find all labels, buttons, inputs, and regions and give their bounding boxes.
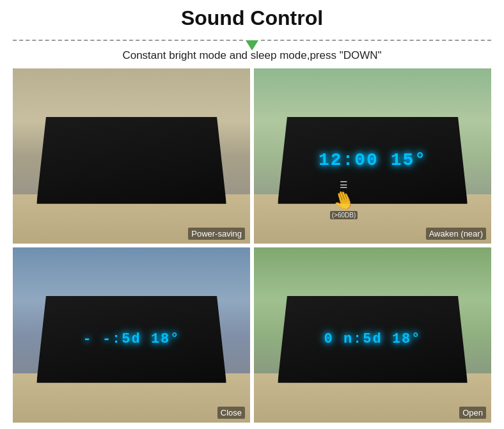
cell-awaken: 12:00 15° ☰ 🤚 (>60DB) Awaken (near) bbox=[254, 68, 491, 244]
dotted-line-left bbox=[13, 40, 243, 41]
sound-overlay: ☰ 🤚 (>60DB) bbox=[330, 183, 358, 219]
clock-container-bottom-left: - -:5d 18° bbox=[36, 292, 226, 388]
page-container: Sound Control Constant bright mode and s… bbox=[0, 0, 504, 429]
cell-close: - -:5d 18° Close bbox=[13, 247, 250, 423]
subtitle-text: Constant bright mode and sleep mode,pres… bbox=[122, 49, 381, 62]
led-display-close: - -:5d 18° bbox=[83, 331, 180, 347]
label-power-saving: Power-saving bbox=[188, 228, 245, 240]
clock-container-top-left bbox=[36, 113, 226, 209]
image-grid: Power-saving 12:00 15° ☰ 🤚 (>60DB) Awake… bbox=[13, 68, 491, 423]
clock-body-top-right: 12:00 15° bbox=[278, 117, 468, 204]
clock-container-bottom-right: 0 n:5d 18° bbox=[278, 292, 468, 388]
led-display-awaken: 12:00 15° bbox=[319, 150, 427, 170]
clock-body-bottom-left: - -:5d 18° bbox=[36, 296, 226, 383]
clock-container-top-right: 12:00 15° bbox=[278, 113, 468, 209]
label-close: Close bbox=[217, 407, 245, 419]
arrow-down-icon bbox=[246, 40, 258, 51]
cell-power-saving: Power-saving bbox=[13, 68, 250, 244]
led-display-open: 0 n:5d 18° bbox=[324, 331, 421, 347]
dotted-line-right bbox=[261, 40, 491, 41]
divider-row bbox=[13, 35, 491, 45]
cell-open: 0 n:5d 18° Open bbox=[254, 247, 491, 423]
label-awaken: Awaken (near) bbox=[426, 228, 486, 240]
page-title: Sound Control bbox=[181, 6, 323, 30]
clock-body-bottom-right: 0 n:5d 18° bbox=[278, 296, 468, 383]
hand-icon: 🤚 bbox=[329, 187, 358, 214]
clock-body-top-left bbox=[36, 117, 226, 204]
db-label: (>60DB) bbox=[330, 211, 358, 219]
label-open: Open bbox=[459, 407, 486, 419]
